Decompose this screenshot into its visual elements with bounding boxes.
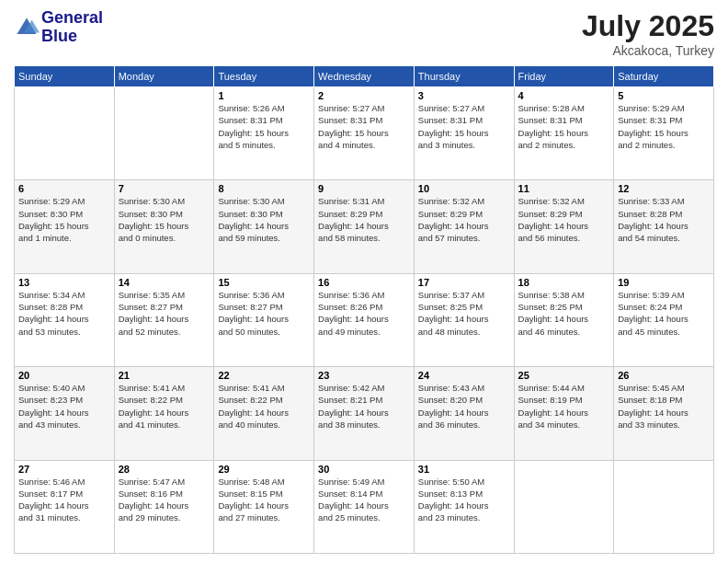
day-number: 12 xyxy=(618,183,710,194)
day-number: 23 xyxy=(318,370,410,381)
day-info: Sunrise: 5:36 AM Sunset: 8:27 PM Dayligh… xyxy=(218,289,310,338)
day-info: Sunrise: 5:34 AM Sunset: 8:28 PM Dayligh… xyxy=(18,289,110,338)
day-info: Sunrise: 5:36 AM Sunset: 8:26 PM Dayligh… xyxy=(318,289,410,338)
day-number: 17 xyxy=(418,277,510,288)
calendar-cell: 16Sunrise: 5:36 AM Sunset: 8:26 PM Dayli… xyxy=(314,273,415,366)
calendar-cell: 8Sunrise: 5:30 AM Sunset: 8:30 PM Daylig… xyxy=(214,180,314,273)
day-info: Sunrise: 5:29 AM Sunset: 8:30 PM Dayligh… xyxy=(18,195,110,244)
month-title: July 2025 xyxy=(582,9,714,43)
day-info: Sunrise: 5:41 AM Sunset: 8:22 PM Dayligh… xyxy=(119,382,210,431)
calendar-cell: 6Sunrise: 5:29 AM Sunset: 8:30 PM Daylig… xyxy=(15,180,115,273)
calendar-cell: 14Sunrise: 5:35 AM Sunset: 8:27 PM Dayli… xyxy=(114,273,214,366)
day-info: Sunrise: 5:47 AM Sunset: 8:16 PM Dayligh… xyxy=(119,476,210,524)
day-number: 13 xyxy=(18,277,110,288)
calendar-cell: 1Sunrise: 5:26 AM Sunset: 8:31 PM Daylig… xyxy=(214,87,314,180)
day-number: 15 xyxy=(218,277,310,288)
day-info: Sunrise: 5:38 AM Sunset: 8:25 PM Dayligh… xyxy=(518,289,610,338)
logo-icon xyxy=(14,15,40,40)
day-number: 26 xyxy=(618,370,710,381)
day-number: 2 xyxy=(318,90,410,101)
day-number: 20 xyxy=(18,370,110,381)
day-info: Sunrise: 5:39 AM Sunset: 8:24 PM Dayligh… xyxy=(618,289,710,338)
calendar-cell: 30Sunrise: 5:49 AM Sunset: 8:14 PM Dayli… xyxy=(314,460,415,553)
calendar-cell: 31Sunrise: 5:50 AM Sunset: 8:13 PM Dayli… xyxy=(414,460,514,553)
day-number: 21 xyxy=(119,370,210,381)
day-number: 18 xyxy=(518,277,610,288)
day-info: Sunrise: 5:43 AM Sunset: 8:20 PM Dayligh… xyxy=(418,382,510,431)
title-block: July 2025 Akcakoca, Turkey xyxy=(582,9,714,58)
day-number: 30 xyxy=(318,464,410,475)
day-info: Sunrise: 5:48 AM Sunset: 8:15 PM Dayligh… xyxy=(218,476,310,524)
day-number: 8 xyxy=(218,183,310,194)
day-info: Sunrise: 5:30 AM Sunset: 8:30 PM Dayligh… xyxy=(119,195,210,244)
calendar-cell: 18Sunrise: 5:38 AM Sunset: 8:25 PM Dayli… xyxy=(514,273,614,366)
calendar-header-thursday: Thursday xyxy=(414,66,514,87)
calendar-cell: 22Sunrise: 5:41 AM Sunset: 8:22 PM Dayli… xyxy=(214,367,314,460)
day-number: 7 xyxy=(119,183,210,194)
calendar-header-saturday: Saturday xyxy=(614,66,714,87)
day-number: 19 xyxy=(618,277,710,288)
day-number: 27 xyxy=(18,464,110,475)
calendar-cell: 17Sunrise: 5:37 AM Sunset: 8:25 PM Dayli… xyxy=(414,273,514,366)
calendar-cell xyxy=(15,87,115,180)
calendar-header-monday: Monday xyxy=(114,66,214,87)
logo-text: General Blue xyxy=(41,9,103,46)
day-info: Sunrise: 5:31 AM Sunset: 8:29 PM Dayligh… xyxy=(318,195,410,244)
calendar-cell: 10Sunrise: 5:32 AM Sunset: 8:29 PM Dayli… xyxy=(414,180,514,273)
page: General Blue July 2025 Akcakoca, Turkey … xyxy=(0,0,728,563)
day-info: Sunrise: 5:30 AM Sunset: 8:30 PM Dayligh… xyxy=(218,195,310,244)
header: General Blue July 2025 Akcakoca, Turkey xyxy=(14,9,714,58)
day-info: Sunrise: 5:35 AM Sunset: 8:27 PM Dayligh… xyxy=(119,289,210,338)
calendar-week-4: 20Sunrise: 5:40 AM Sunset: 8:23 PM Dayli… xyxy=(15,367,714,460)
calendar-cell xyxy=(614,460,714,553)
day-info: Sunrise: 5:28 AM Sunset: 8:31 PM Dayligh… xyxy=(518,102,610,151)
calendar-cell: 20Sunrise: 5:40 AM Sunset: 8:23 PM Dayli… xyxy=(15,367,115,460)
calendar-cell: 19Sunrise: 5:39 AM Sunset: 8:24 PM Dayli… xyxy=(614,273,714,366)
location: Akcakoca, Turkey xyxy=(582,43,714,58)
calendar-cell: 26Sunrise: 5:45 AM Sunset: 8:18 PM Dayli… xyxy=(614,367,714,460)
calendar-cell: 12Sunrise: 5:33 AM Sunset: 8:28 PM Dayli… xyxy=(614,180,714,273)
calendar-header-friday: Friday xyxy=(514,66,614,87)
logo-line1: General xyxy=(41,9,103,28)
calendar-header-sunday: Sunday xyxy=(15,66,115,87)
day-info: Sunrise: 5:27 AM Sunset: 8:31 PM Dayligh… xyxy=(418,102,510,151)
calendar-cell: 24Sunrise: 5:43 AM Sunset: 8:20 PM Dayli… xyxy=(414,367,514,460)
day-info: Sunrise: 5:27 AM Sunset: 8:31 PM Dayligh… xyxy=(318,102,410,151)
day-info: Sunrise: 5:46 AM Sunset: 8:17 PM Dayligh… xyxy=(18,476,110,524)
day-info: Sunrise: 5:41 AM Sunset: 8:22 PM Dayligh… xyxy=(218,382,310,431)
calendar-cell xyxy=(514,460,614,553)
logo: General Blue xyxy=(14,9,103,46)
day-info: Sunrise: 5:50 AM Sunset: 8:13 PM Dayligh… xyxy=(418,476,510,524)
calendar-table: SundayMondayTuesdayWednesdayThursdayFrid… xyxy=(14,65,714,554)
calendar-cell: 21Sunrise: 5:41 AM Sunset: 8:22 PM Dayli… xyxy=(114,367,214,460)
day-number: 9 xyxy=(318,183,410,194)
day-number: 24 xyxy=(418,370,510,381)
calendar-header-row: SundayMondayTuesdayWednesdayThursdayFrid… xyxy=(15,66,714,87)
day-info: Sunrise: 5:29 AM Sunset: 8:31 PM Dayligh… xyxy=(618,102,710,151)
day-info: Sunrise: 5:40 AM Sunset: 8:23 PM Dayligh… xyxy=(18,382,110,431)
day-number: 16 xyxy=(318,277,410,288)
calendar-week-1: 1Sunrise: 5:26 AM Sunset: 8:31 PM Daylig… xyxy=(15,87,714,180)
day-number: 14 xyxy=(119,277,210,288)
calendar-cell: 25Sunrise: 5:44 AM Sunset: 8:19 PM Dayli… xyxy=(514,367,614,460)
calendar-week-2: 6Sunrise: 5:29 AM Sunset: 8:30 PM Daylig… xyxy=(15,180,714,273)
calendar-cell: 11Sunrise: 5:32 AM Sunset: 8:29 PM Dayli… xyxy=(514,180,614,273)
day-number: 28 xyxy=(119,464,210,475)
day-number: 1 xyxy=(218,90,310,101)
day-info: Sunrise: 5:49 AM Sunset: 8:14 PM Dayligh… xyxy=(318,476,410,524)
calendar-cell: 9Sunrise: 5:31 AM Sunset: 8:29 PM Daylig… xyxy=(314,180,415,273)
day-info: Sunrise: 5:33 AM Sunset: 8:28 PM Dayligh… xyxy=(618,195,710,244)
day-info: Sunrise: 5:37 AM Sunset: 8:25 PM Dayligh… xyxy=(418,289,510,338)
calendar-header-wednesday: Wednesday xyxy=(314,66,415,87)
day-number: 22 xyxy=(218,370,310,381)
day-number: 25 xyxy=(518,370,610,381)
calendar-cell: 28Sunrise: 5:47 AM Sunset: 8:16 PM Dayli… xyxy=(114,460,214,553)
calendar-cell: 27Sunrise: 5:46 AM Sunset: 8:17 PM Dayli… xyxy=(15,460,115,553)
day-number: 4 xyxy=(518,90,610,101)
calendar-cell xyxy=(114,87,214,180)
day-info: Sunrise: 5:32 AM Sunset: 8:29 PM Dayligh… xyxy=(518,195,610,244)
calendar-cell: 7Sunrise: 5:30 AM Sunset: 8:30 PM Daylig… xyxy=(114,180,214,273)
day-number: 10 xyxy=(418,183,510,194)
day-info: Sunrise: 5:32 AM Sunset: 8:29 PM Dayligh… xyxy=(418,195,510,244)
calendar-header-tuesday: Tuesday xyxy=(214,66,314,87)
